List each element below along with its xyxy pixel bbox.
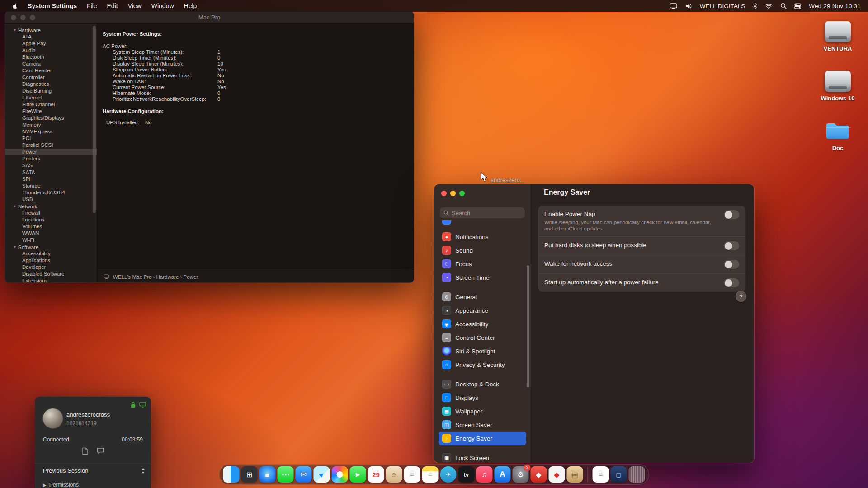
sidebar-item-desktop-dock[interactable]: ▭ Desktop & Dock — [439, 377, 526, 391]
file-transfer-icon[interactable] — [82, 447, 89, 455]
light-app-dock-icon[interactable]: ◆ — [549, 466, 565, 483]
menu-item[interactable]: Help — [179, 2, 202, 9]
sysinfo-sidebar-item[interactable]: SAS — [5, 162, 97, 169]
finder-dock-icon[interactable] — [223, 466, 240, 483]
tv-dock-icon[interactable]: tv — [458, 466, 475, 483]
close-button[interactable] — [11, 15, 16, 20]
menu-item[interactable]: View — [123, 2, 146, 9]
screen-mirroring-icon[interactable] — [670, 3, 677, 9]
contacts-dock-icon[interactable]: ☺ — [386, 466, 402, 483]
zoom-button[interactable] — [459, 191, 465, 196]
sidebar-item-screen-saver[interactable]: ◫ Screen Saver — [439, 418, 526, 432]
group-header-hardware[interactable]: ▾Hardware — [5, 27, 97, 33]
help-button[interactable]: ? — [736, 291, 746, 302]
active-app-name[interactable]: System Settings — [23, 2, 82, 9]
sysinfo-sidebar-item[interactable]: Audio — [5, 47, 97, 54]
sysinfo-sidebar-item[interactable]: Applications — [5, 257, 97, 264]
sidebar-item-displays[interactable]: □ Displays — [439, 391, 526, 404]
session-dropdown[interactable]: Previous Session — [43, 467, 145, 474]
app-store-dock-icon[interactable]: A — [495, 466, 511, 483]
sysinfo-sidebar-item[interactable]: Controller — [5, 74, 97, 81]
red-app-dock-icon[interactable]: ◆ — [531, 466, 547, 483]
sysinfo-sidebar-item[interactable]: Thunderbolt/USB4 — [5, 189, 97, 196]
sidebar-item-wallpaper[interactable]: ▦ Wallpaper — [439, 404, 526, 418]
spotlight-icon[interactable] — [780, 3, 787, 9]
desktop-icon-windows10[interactable]: Windows 10 — [813, 71, 863, 102]
sysinfo-sidebar-item[interactable]: Graphics/Displays — [5, 115, 97, 122]
sysinfo-sidebar-item[interactable]: FireWire — [5, 108, 97, 115]
desktop-icon-doc[interactable]: Doc — [813, 121, 863, 151]
trash-dock-icon[interactable] — [629, 466, 645, 483]
put-hard-disks-to-sleep-toggle[interactable] — [724, 241, 739, 250]
enable-power-nap-toggle[interactable] — [724, 210, 739, 219]
sysinfo-sidebar-item[interactable]: NVMExpress — [5, 128, 97, 135]
system-settings-dock-icon[interactable]: ⚙ 2 — [513, 466, 529, 483]
menu-item[interactable]: File — [82, 2, 102, 9]
permissions-disclosure[interactable]: ▶ Permissions — [43, 482, 79, 488]
mail-dock-icon[interactable]: ✉ — [296, 466, 312, 483]
maps-dock-icon[interactable]: ▶ — [314, 466, 330, 483]
network-sidebar-item-clipped[interactable] — [442, 220, 451, 225]
sysinfo-sidebar-item[interactable]: SPI — [5, 176, 97, 183]
sidebar-item-focus[interactable]: ☾ Focus — [439, 257, 526, 271]
window-titlebar[interactable]: Mac Pro — [5, 11, 414, 24]
menu-bar-clock[interactable]: Wed 29 Nov 10:31 — [809, 3, 861, 9]
close-button[interactable] — [441, 191, 447, 196]
archive-app-dock-icon[interactable]: ▤ — [567, 466, 583, 483]
control-center-icon[interactable] — [794, 3, 801, 9]
screen-sharing-dock-icon[interactable]: ▢ — [611, 466, 627, 483]
wake-for-network-access-toggle[interactable] — [724, 260, 739, 269]
minimize-button[interactable] — [20, 15, 26, 20]
sysinfo-sidebar-item[interactable]: USB — [5, 196, 97, 203]
messages-dock-icon[interactable]: ⋯ — [278, 466, 294, 483]
zoom-button[interactable] — [30, 15, 35, 20]
group-header-network[interactable]: ▾Network — [5, 203, 97, 210]
photos-dock-icon[interactable] — [332, 466, 348, 483]
notes-dock-icon[interactable]: ≡ — [422, 466, 439, 483]
sysinfo-sidebar-item[interactable]: Firewall — [5, 210, 97, 216]
sidebar-item-sound[interactable]: ♪ Sound — [439, 244, 526, 257]
sidebar-item-accessibility[interactable]: ◉ Accessibility — [439, 317, 526, 331]
facetime-dock-icon[interactable]: ▶ — [350, 466, 366, 483]
sidebar-item-privacy-security[interactable]: ○ Privacy & Security — [439, 358, 526, 371]
sidebar-item-notifications[interactable]: ● Notifications — [439, 230, 526, 244]
desktop-icon-ventura[interactable]: VENTURA — [813, 21, 863, 52]
sysinfo-sidebar-item[interactable]: WWAN — [5, 230, 97, 237]
sysinfo-sidebar-item[interactable]: Fibre Channel — [5, 101, 97, 108]
sysinfo-sidebar-item[interactable]: Volumes — [5, 223, 97, 230]
sysinfo-sidebar-item[interactable]: Parallel SCSI — [5, 142, 97, 149]
sidebar-item-energy-saver[interactable]: ⚡ Energy Saver — [439, 432, 526, 445]
sidebar-item-screen-time[interactable]: ◔ Screen Time — [439, 271, 526, 284]
sysinfo-sidebar-item[interactable]: Extensions — [5, 277, 97, 282]
sysinfo-sidebar-item[interactable]: Disc Burning — [5, 88, 97, 94]
bluetooth-icon[interactable] — [753, 3, 757, 9]
menu-bar-status-text[interactable]: WELL DIGITALS — [700, 3, 745, 9]
menu-item[interactable]: Window — [146, 2, 179, 9]
sysinfo-sidebar-item[interactable]: Printers — [5, 155, 97, 162]
group-header-software[interactable]: ▾Software — [5, 244, 97, 250]
document-dock-icon[interactable]: ≡ — [593, 466, 609, 483]
sysinfo-sidebar-item[interactable]: Disabled Software — [5, 271, 97, 277]
minimize-button[interactable] — [450, 191, 456, 196]
search-input[interactable] — [452, 210, 521, 216]
sidebar-item-appearance[interactable]: ◑ Appearance — [439, 304, 526, 317]
launchpad-dock-icon[interactable]: ⊞ — [241, 466, 258, 483]
sysinfo-sidebar-item[interactable]: SATA — [5, 169, 97, 176]
reminders-dock-icon[interactable]: ≡ — [404, 466, 420, 483]
sysinfo-sidebar-item[interactable]: Memory — [5, 122, 97, 128]
sysinfo-sidebar-item[interactable]: Ethernet — [5, 94, 97, 101]
sidebar-scrollbar[interactable] — [93, 26, 96, 213]
settings-sidebar-scrollbar[interactable] — [527, 265, 529, 387]
sysinfo-sidebar-item[interactable]: Locations — [5, 216, 97, 223]
volume-icon[interactable] — [685, 3, 692, 9]
sysinfo-sidebar-item[interactable]: ATA — [5, 33, 97, 40]
sysinfo-sidebar-item[interactable]: Storage — [5, 183, 97, 189]
safari-dock-icon[interactable]: ◆ — [259, 466, 276, 483]
sysinfo-sidebar-item[interactable]: Card Reader — [5, 67, 97, 74]
sidebar-item-control-center[interactable]: ≡ Control Center — [439, 331, 526, 344]
sidebar-item-general[interactable]: ⚙ General — [439, 290, 526, 304]
music-dock-icon[interactable]: ♫ — [476, 466, 493, 483]
menu-item[interactable]: Edit — [102, 2, 123, 9]
breadcrumb[interactable]: WELL's Mac Pro › Hardware › Power — [113, 274, 198, 280]
calendar-dock-icon[interactable]: 29 — [368, 466, 384, 483]
